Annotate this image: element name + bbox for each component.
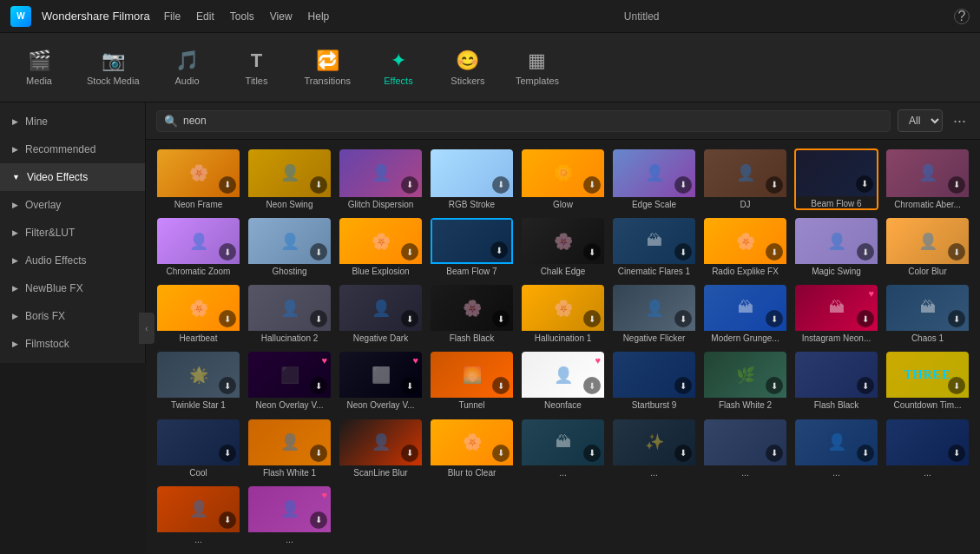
download-button-beam-flow-6[interactable]: ⬇ bbox=[856, 175, 873, 193]
download-button-glow[interactable]: ⬇ bbox=[583, 176, 601, 194]
download-button-flash-black[interactable]: ⬇ bbox=[492, 310, 510, 327]
effect-card-cool[interactable]: ⬇Cool bbox=[156, 419, 240, 478]
download-button-row5-4[interactable]: ⬇ bbox=[857, 445, 874, 462]
tool-audio[interactable]: 🎵 Audio bbox=[166, 49, 209, 86]
download-button-neon-frame[interactable]: ⬇ bbox=[219, 176, 236, 194]
tool-titles[interactable]: T Titles bbox=[235, 49, 279, 86]
download-button-glitch-dispersion[interactable]: ⬇ bbox=[401, 176, 418, 194]
menu-edit[interactable]: Edit bbox=[196, 10, 214, 23]
effect-card-modern-grunge[interactable]: 🏔⬇Modern Grunge... bbox=[703, 284, 787, 344]
effect-card-startburst-9[interactable]: ⬇Startburst 9 bbox=[612, 351, 696, 411]
download-button-neon-swing[interactable]: ⬇ bbox=[310, 176, 327, 194]
effect-card-cinematic-flares[interactable]: 🏔⬇Cinematic Flares 1 bbox=[612, 217, 696, 277]
download-button-row5-3[interactable]: ⬇ bbox=[766, 445, 783, 462]
download-button-color-blur[interactable]: ⬇ bbox=[948, 243, 965, 261]
effect-card-chaos-1[interactable]: 🏔⬇Chaos 1 bbox=[885, 284, 970, 344]
effect-card-flash-black[interactable]: 🌸⬇Flash Black bbox=[430, 284, 514, 344]
download-button-row5-6[interactable]: ⬇ bbox=[219, 511, 236, 529]
download-button-scanline-blur[interactable]: ⬇ bbox=[401, 445, 418, 462]
download-button-instagram-neon[interactable]: ⬇ bbox=[857, 310, 874, 327]
effect-card-edge-scale[interactable]: 👤⬇Edge Scale bbox=[612, 148, 696, 210]
effect-card-blue-explosion[interactable]: 🌸⬇Blue Explosion bbox=[339, 217, 423, 277]
tool-stock-media[interactable]: 📷 Stock Media bbox=[87, 49, 140, 86]
effect-card-row5-5[interactable]: ⬇... bbox=[885, 419, 970, 478]
effect-card-row5-2[interactable]: ✨⬇... bbox=[612, 419, 696, 478]
tool-stickers[interactable]: 😊 Stickers bbox=[446, 49, 490, 86]
effect-card-neon-swing[interactable]: 👤⬇Neon Swing bbox=[247, 148, 332, 210]
effect-card-chromatic-aber[interactable]: 👤⬇Chromatic Aber... bbox=[885, 148, 970, 210]
download-button-row5-1[interactable]: ⬇ bbox=[583, 445, 601, 462]
effect-card-hallucination-2[interactable]: 👤⬇Hallucination 2 bbox=[247, 284, 332, 344]
download-button-modern-grunge[interactable]: ⬇ bbox=[766, 310, 783, 327]
effect-card-row5-4[interactable]: 👤⬇... bbox=[794, 419, 878, 478]
download-button-hallucination-2[interactable]: ⬇ bbox=[310, 310, 327, 327]
effect-card-beam-flow-6[interactable]: ⬇Beam Flow 6 bbox=[794, 148, 878, 210]
download-button-chaos-1[interactable]: ⬇ bbox=[948, 310, 965, 327]
sidebar-item-filter-lut[interactable]: ▶ Filter&LUT bbox=[0, 219, 145, 247]
tool-transitions[interactable]: 🔁 Transitions bbox=[305, 49, 351, 86]
sidebar-item-recommended[interactable]: ▶ Recommended bbox=[0, 135, 145, 163]
download-button-chalk-edge[interactable]: ⬇ bbox=[583, 243, 601, 261]
download-button-hallucination-1[interactable]: ⬇ bbox=[583, 310, 601, 327]
effect-card-flash-black-2[interactable]: ⬇Flash Black bbox=[794, 351, 878, 411]
search-input[interactable] bbox=[183, 115, 883, 127]
download-button-neon-overlay-v1[interactable]: ⬇ bbox=[310, 377, 327, 394]
download-button-blur-to-clear[interactable]: ⬇ bbox=[492, 445, 510, 462]
download-button-flash-white-1[interactable]: ⬇ bbox=[310, 445, 327, 462]
more-options-button[interactable]: ··· bbox=[950, 112, 970, 130]
tool-effects[interactable]: ✦ Effects bbox=[377, 49, 420, 86]
download-button-cool[interactable]: ⬇ bbox=[219, 445, 236, 462]
download-button-flash-white-2[interactable]: ⬇ bbox=[766, 377, 783, 394]
effect-card-tunnel[interactable]: 🌅⬇Tunnel bbox=[430, 351, 514, 411]
heart-button-row5-7[interactable]: ♥ bbox=[321, 490, 327, 500]
download-button-startburst-9[interactable]: ⬇ bbox=[674, 377, 692, 394]
download-button-negative-dark[interactable]: ⬇ bbox=[401, 310, 418, 327]
effect-card-ghosting[interactable]: 👤⬇Ghosting bbox=[247, 217, 332, 277]
effect-card-chalk-edge[interactable]: 🌸⬇Chalk Edge bbox=[521, 217, 605, 277]
download-button-heartbeat[interactable]: ⬇ bbox=[219, 310, 236, 327]
tool-media[interactable]: 🎬 Media bbox=[17, 49, 61, 86]
heart-button-instagram-neon[interactable]: ♥ bbox=[868, 288, 874, 299]
download-button-negative-flicker[interactable]: ⬇ bbox=[674, 310, 692, 327]
effect-card-hallucination-1[interactable]: 🌸⬇Hallucination 1 bbox=[521, 284, 605, 344]
effect-card-row5-6[interactable]: 👤⬇... bbox=[156, 485, 240, 545]
effect-card-scanline-blur[interactable]: 👤⬇ScanLine Blur bbox=[339, 419, 423, 478]
sidebar-collapse-button[interactable]: ‹ bbox=[139, 313, 155, 344]
effect-card-neon-overlay-v1[interactable]: ⬛⬇♥Neon Overlay V... bbox=[247, 351, 332, 411]
sidebar-item-filmstock[interactable]: ▶ Filmstock bbox=[0, 330, 145, 358]
effect-card-glow[interactable]: 🌼⬇Glow bbox=[521, 148, 605, 210]
effect-card-radio-explike[interactable]: 🌸⬇Radio Explike FX bbox=[703, 217, 787, 277]
effect-card-heartbeat[interactable]: 🌸⬇Heartbeat bbox=[156, 284, 240, 344]
effect-card-color-blur[interactable]: 👤⬇Color Blur bbox=[885, 217, 970, 277]
effect-card-instagram-neon[interactable]: 🏔⬇♥Instagram Neon... bbox=[794, 284, 878, 344]
download-button-edge-scale[interactable]: ⬇ bbox=[674, 176, 692, 194]
download-button-tunnel[interactable]: ⬇ bbox=[492, 377, 510, 394]
effect-card-neonface[interactable]: 👤⬇♥Neonface bbox=[521, 351, 605, 411]
sidebar-item-newblue-fx[interactable]: ▶ NewBlue FX bbox=[0, 274, 145, 302]
effect-card-neon-frame[interactable]: 🌸⬇Neon Frame bbox=[156, 148, 240, 210]
effect-card-chromatic-zoom[interactable]: 👤⬇Chromatic Zoom bbox=[156, 217, 240, 277]
effect-card-glitch-dispersion[interactable]: 👤⬇Glitch Dispersion bbox=[339, 148, 423, 210]
download-button-dj[interactable]: ⬇ bbox=[766, 176, 783, 194]
download-button-neon-overlay-v2[interactable]: ⬇ bbox=[401, 377, 418, 394]
download-button-chromatic-aber[interactable]: ⬇ bbox=[948, 176, 965, 194]
download-button-magic-swing[interactable]: ⬇ bbox=[857, 243, 874, 261]
download-button-neonface[interactable]: ⬇ bbox=[583, 377, 601, 394]
filter-select[interactable]: All bbox=[898, 109, 943, 132]
download-button-row5-5[interactable]: ⬇ bbox=[948, 445, 965, 462]
effect-card-magic-swing[interactable]: 👤⬇Magic Swing bbox=[794, 217, 878, 277]
menu-view[interactable]: View bbox=[270, 10, 293, 23]
download-button-cinematic-flares[interactable]: ⬇ bbox=[674, 243, 692, 261]
menu-help[interactable]: Help bbox=[308, 10, 330, 23]
effect-card-negative-dark[interactable]: 👤⬇Negative Dark bbox=[339, 284, 423, 344]
sidebar-item-mine[interactable]: ▶ Mine bbox=[0, 108, 145, 135]
download-button-beam-flow-7[interactable]: ⬇ bbox=[490, 241, 508, 259]
download-button-row5-2[interactable]: ⬇ bbox=[674, 445, 692, 462]
download-button-radio-explike[interactable]: ⬇ bbox=[766, 243, 783, 261]
download-button-row5-7[interactable]: ⬇ bbox=[310, 511, 327, 529]
download-button-twinkle-star-1[interactable]: ⬇ bbox=[219, 377, 236, 394]
effect-card-negative-flicker[interactable]: 👤⬇Negative Flicker bbox=[612, 284, 696, 344]
download-button-rgb-stroke[interactable]: ⬇ bbox=[492, 176, 510, 194]
effect-card-blur-to-clear[interactable]: 🌸⬇Blur to Clear bbox=[430, 419, 514, 478]
tool-templates[interactable]: ▦ Templates bbox=[516, 49, 559, 86]
